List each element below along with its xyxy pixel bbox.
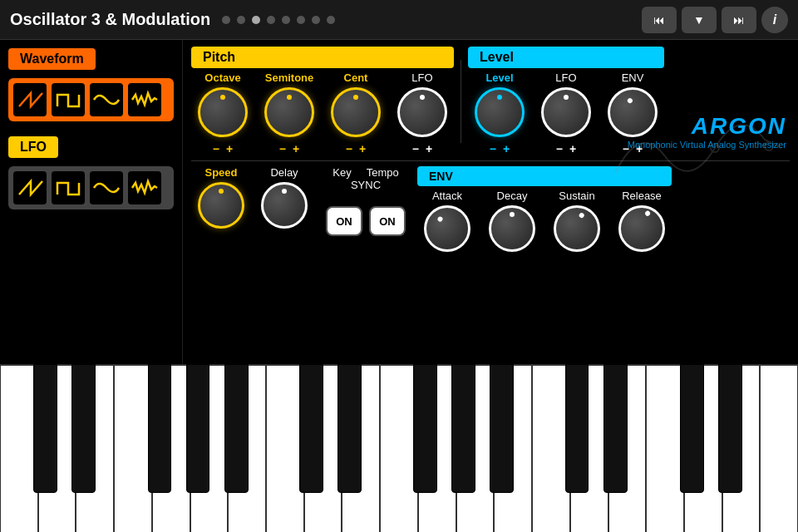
level-lfo-minus[interactable]: − (554, 142, 565, 155)
level-minus[interactable]: − (487, 142, 499, 155)
delay-knob-group: Delay (261, 166, 308, 229)
decay-knob-indicator (510, 212, 515, 217)
octave-label: Octave (204, 71, 240, 84)
waveform-sine[interactable] (90, 83, 123, 116)
delay-knob[interactable] (261, 182, 308, 229)
release-knob-indicator (644, 209, 651, 216)
dot-3 (252, 16, 260, 24)
level-env-knob-indicator (626, 97, 633, 104)
dot-1 (222, 16, 230, 24)
lfo-waveform-square[interactable] (52, 171, 85, 204)
keyboard[interactable] (0, 364, 798, 532)
black-key-1[interactable] (33, 364, 57, 493)
white-key-21[interactable] (760, 364, 798, 532)
octave-knob-group: Octave − + (198, 71, 248, 155)
octave-plus[interactable]: + (224, 142, 235, 155)
dot-6 (297, 16, 305, 24)
semitone-knob[interactable] (264, 87, 314, 137)
sync-tempo-button[interactable]: ON (369, 206, 406, 236)
white-key-8[interactable] (266, 364, 304, 532)
waveform-sawtooth[interactable] (13, 83, 47, 116)
speed-knob[interactable] (198, 182, 244, 229)
black-key-10[interactable] (490, 364, 514, 493)
pagination-dots (222, 16, 335, 24)
sync-label: SYNC (351, 179, 381, 191)
black-key-6[interactable] (299, 364, 323, 493)
waveform-square[interactable] (52, 83, 85, 116)
black-key-7[interactable] (337, 364, 362, 493)
decay-knob[interactable] (489, 205, 535, 252)
nav-prev-button[interactable]: ⏮ (642, 7, 677, 33)
black-key-3[interactable] (148, 364, 172, 493)
semitone-knob-indicator (287, 95, 292, 100)
pitch-lfo-minus[interactable]: − (410, 142, 421, 155)
nav-down-button[interactable]: ▼ (682, 7, 717, 33)
black-key-5[interactable] (224, 364, 249, 493)
lfo-waveform-sawtooth[interactable] (13, 171, 47, 204)
cent-plus[interactable]: + (357, 142, 368, 155)
sustain-knob-group: Sustain (554, 190, 600, 252)
cent-knob[interactable] (331, 87, 381, 137)
sync-key-label: Key (332, 166, 351, 179)
black-key-14[interactable] (718, 364, 742, 493)
black-key-9[interactable] (451, 364, 475, 493)
speed-knob-indicator (219, 189, 224, 194)
black-key-13[interactable] (680, 364, 704, 493)
white-key-11[interactable] (380, 364, 418, 532)
pitch-lfo-pm: − + (410, 142, 435, 155)
level-plus[interactable]: + (500, 142, 512, 155)
level-pm: − + (487, 142, 512, 155)
argon-subtitle: Monophonic Virtual Analog Synthesizer (628, 140, 786, 150)
release-knob[interactable] (618, 205, 665, 252)
panel-divider (461, 60, 461, 143)
dot-5 (282, 16, 290, 24)
dot-8 (327, 16, 335, 24)
black-key-8[interactable] (413, 364, 437, 493)
info-button[interactable]: i (761, 7, 788, 33)
cent-minus[interactable]: − (343, 142, 355, 155)
semitone-plus[interactable]: + (290, 142, 302, 155)
lfo-waveform-noise[interactable] (128, 171, 161, 204)
sync-key-button[interactable]: ON (326, 206, 362, 236)
sync-section: Key Tempo SYNC ON ON (326, 166, 406, 236)
lfo-waveform-sine[interactable] (90, 171, 123, 204)
level-lfo-pm: − + (554, 142, 579, 155)
level-knob[interactable] (475, 87, 525, 137)
level-lfo-knob-indicator (564, 95, 569, 100)
black-key-12[interactable] (603, 364, 628, 493)
attack-label: Attack (432, 190, 462, 202)
pitch-lfo-knob[interactable] (397, 87, 447, 137)
white-key-15[interactable] (532, 364, 570, 532)
delay-label: Delay (270, 166, 298, 179)
cent-knob-group: Cent − + (331, 71, 381, 155)
sustain-label: Sustain (559, 190, 594, 202)
pitch-section-label: Pitch (191, 47, 454, 68)
semitone-minus[interactable]: − (277, 142, 288, 155)
decay-knob-group: Decay (489, 190, 535, 252)
white-key-1[interactable] (0, 364, 38, 532)
level-lfo-knob-group: LFO − + (541, 71, 591, 155)
level-lfo-plus[interactable]: + (567, 142, 579, 155)
black-key-2[interactable] (71, 364, 96, 493)
octave-knob[interactable] (198, 87, 248, 137)
octave-minus[interactable]: − (210, 142, 222, 155)
waveform-icons (8, 78, 174, 121)
cent-pm: − + (343, 142, 368, 155)
sustain-knob[interactable] (554, 205, 600, 252)
octave-knob-indicator (220, 95, 225, 100)
pitch-lfo-knob-indicator (420, 95, 425, 100)
left-panel: Waveform LFO (0, 40, 183, 364)
pitch-lfo-plus[interactable]: + (423, 142, 435, 155)
waveform-noise[interactable] (128, 83, 161, 116)
attack-knob[interactable] (424, 205, 470, 252)
cent-knob-indicator (353, 95, 358, 100)
black-key-11[interactable] (565, 364, 589, 493)
white-key-18[interactable] (646, 364, 684, 532)
level-lfo-knob[interactable] (541, 87, 591, 137)
white-key-4[interactable] (114, 364, 152, 532)
lfo-label: LFO (8, 136, 58, 158)
page-title: Oscillator 3 & Modulation (10, 10, 210, 29)
nav-next-button[interactable]: ⏭ (722, 7, 756, 33)
dot-2 (237, 16, 245, 24)
black-key-4[interactable] (186, 364, 210, 493)
